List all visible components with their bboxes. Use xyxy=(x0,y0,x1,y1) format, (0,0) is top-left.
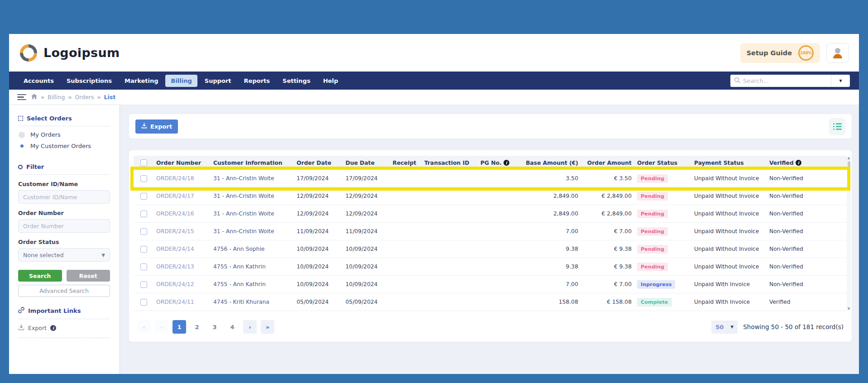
breadcrumb-orders[interactable]: Orders xyxy=(75,94,94,101)
table-row[interactable]: ORDER/24/17 31 - Ann-Cristin Woite 12/09… xyxy=(134,187,847,205)
scroll-down-icon[interactable]: ▼ xyxy=(847,307,851,311)
row-checkbox[interactable] xyxy=(140,175,147,182)
verified-cell: Non-Verified xyxy=(767,175,847,182)
order-number-label: Order Number xyxy=(18,210,110,216)
col-pg-no[interactable]: PG No. i xyxy=(478,160,517,166)
col-receipt[interactable]: Receipt xyxy=(390,160,422,166)
advanced-search-button[interactable]: Advanced Search xyxy=(18,285,110,297)
radio-my-orders[interactable]: My Orders xyxy=(18,129,110,140)
table-row[interactable]: ORDER/24/16 31 - Ann-Cristin Woite 12/09… xyxy=(134,205,847,223)
order-status-select[interactable]: None selected ▼ xyxy=(18,248,110,262)
row-checkbox[interactable] xyxy=(140,246,147,253)
nav-item-accounts[interactable]: Accounts xyxy=(18,75,59,87)
row-checkbox[interactable] xyxy=(140,281,147,288)
export-button[interactable]: Export xyxy=(135,120,178,134)
customer-cell: 31 - Ann-Cristin Woite xyxy=(211,193,294,199)
setup-guide-button[interactable]: Setup Guide 100% xyxy=(740,43,820,63)
select-all-checkbox[interactable] xyxy=(140,159,147,166)
order-number-link[interactable]: ORDER/24/13 xyxy=(153,263,211,270)
order-number-link[interactable]: ORDER/24/16 xyxy=(153,211,211,217)
verified-cell: Non-Verified xyxy=(767,211,847,217)
vertical-scrollbar[interactable]: ▲ ▼ xyxy=(847,156,851,311)
row-checkbox[interactable] xyxy=(140,228,147,235)
row-checkbox[interactable] xyxy=(140,211,147,217)
info-icon[interactable]: i xyxy=(504,160,509,166)
last-page-button[interactable]: » xyxy=(261,320,274,334)
page-size-select[interactable]: 50 ▼ xyxy=(711,321,738,334)
nav-item-support[interactable]: Support xyxy=(199,75,237,87)
table-row[interactable]: ORDER/24/15 31 - Ann-Cristin Woite 11/09… xyxy=(134,223,847,240)
first-page-button[interactable]: « xyxy=(137,320,151,334)
search-button[interactable]: Search xyxy=(18,270,62,282)
nav-item-reports[interactable]: Reports xyxy=(239,75,275,87)
reset-button[interactable]: Reset xyxy=(67,270,110,282)
sidebar-export-link[interactable]: Export i xyxy=(18,324,110,332)
list-view-button[interactable] xyxy=(829,118,845,134)
payment-status-cell: Unpaid With Invoice xyxy=(691,299,767,305)
table-row[interactable]: ORDER/24/14 4756 - Ann Sophie 10/09/2024… xyxy=(134,240,847,258)
col-transaction-id[interactable]: Transaction ID xyxy=(422,160,478,166)
col-due-date[interactable]: Due Date xyxy=(343,160,390,166)
sidebar-toggle-icon[interactable] xyxy=(17,94,26,101)
order-status-badge: Pending xyxy=(637,174,668,183)
due-date-cell: 10/09/2024 xyxy=(343,246,390,252)
order-number-field[interactable] xyxy=(18,219,110,233)
table-row[interactable]: ORDER/24/13 4755 - Ann Kathrin 10/09/202… xyxy=(134,258,847,276)
order-amount-cell: € 9.38 xyxy=(581,246,634,252)
row-checkbox[interactable] xyxy=(140,299,147,306)
col-order-number[interactable]: Order Number xyxy=(153,160,211,166)
order-number-link[interactable]: ORDER/24/11 xyxy=(153,299,211,305)
search-input[interactable] xyxy=(743,77,820,84)
chevron-down-icon: ▾ xyxy=(839,77,842,84)
row-checkbox[interactable] xyxy=(140,263,147,270)
order-amount-cell: € 9.38 xyxy=(581,263,634,270)
col-order-amount[interactable]: Order Amount xyxy=(581,160,634,166)
page-button-4[interactable]: 4 xyxy=(225,320,239,334)
nav-item-settings[interactable]: Settings xyxy=(277,75,316,87)
row-checkbox[interactable] xyxy=(140,193,147,200)
order-amount-cell: € 158.08 xyxy=(581,299,634,305)
nav-item-subscriptions[interactable]: Subscriptions xyxy=(61,75,117,87)
page-button-1[interactable]: 1 xyxy=(173,320,186,334)
col-verified[interactable]: Verified i xyxy=(767,160,847,166)
radio-selected-icon xyxy=(20,144,24,148)
customer-id-name-label: Customer ID/Name xyxy=(18,181,110,187)
col-base-amount[interactable]: Base Amount (€) xyxy=(517,160,581,166)
order-number-link[interactable]: ORDER/24/12 xyxy=(153,281,211,287)
col-order-status[interactable]: Order Status xyxy=(634,160,691,166)
col-order-date[interactable]: Order Date xyxy=(294,160,343,166)
filter-sidebar: Select Orders My Orders My Customer Orde… xyxy=(9,105,119,374)
user-avatar-button[interactable] xyxy=(826,43,849,63)
search-scope-select[interactable]: ▾ xyxy=(831,75,850,87)
payment-status-cell: Unpaid Without Invoice xyxy=(691,228,767,235)
home-icon[interactable] xyxy=(31,93,38,101)
nav-item-help[interactable]: Help xyxy=(317,75,343,87)
scrollbar-thumb[interactable] xyxy=(848,161,850,182)
order-number-link[interactable]: ORDER/24/18 xyxy=(153,175,211,182)
radio-my-customer-orders[interactable]: My Customer Orders xyxy=(18,140,110,152)
prev-page-button[interactable]: ‹ xyxy=(155,320,168,334)
table-row[interactable]: ORDER/24/12 4755 - Ann Kathrin 10/09/202… xyxy=(134,276,847,293)
table-row[interactable]: ORDER/24/18 31 - Ann-Cristin Woite 17/09… xyxy=(134,170,847,187)
customer-id-name-field[interactable] xyxy=(18,190,110,204)
table-row[interactable]: ORDER/24/11 4745 - Kriti Khurana 05/09/2… xyxy=(134,293,847,311)
breadcrumb-billing[interactable]: Billing xyxy=(48,94,65,101)
verified-cell: Non-Verified xyxy=(767,193,847,199)
col-customer-information[interactable]: Customer Information xyxy=(211,160,294,166)
page-button-3[interactable]: 3 xyxy=(208,320,221,334)
col-payment-status[interactable]: Payment Status xyxy=(691,160,767,166)
info-icon[interactable]: i xyxy=(796,160,801,166)
download-icon xyxy=(18,324,24,332)
order-number-link[interactable]: ORDER/24/14 xyxy=(153,246,211,252)
nav-item-marketing[interactable]: Marketing xyxy=(119,75,163,87)
order-number-link[interactable]: ORDER/24/17 xyxy=(153,193,211,199)
next-page-button[interactable]: › xyxy=(243,320,257,334)
logo-text: Logoipsum xyxy=(43,46,120,60)
order-number-link[interactable]: ORDER/24/15 xyxy=(153,228,211,235)
scroll-up-icon[interactable]: ▲ xyxy=(847,156,851,160)
nav-item-billing[interactable]: Billing xyxy=(165,75,197,87)
base-amount-cell: 2,849.00 xyxy=(517,211,581,217)
order-date-cell: 17/09/2024 xyxy=(294,175,343,182)
page-button-2[interactable]: 2 xyxy=(190,320,204,334)
app-window: Logoipsum Setup Guide 100% Accounts Subs… xyxy=(9,34,859,374)
